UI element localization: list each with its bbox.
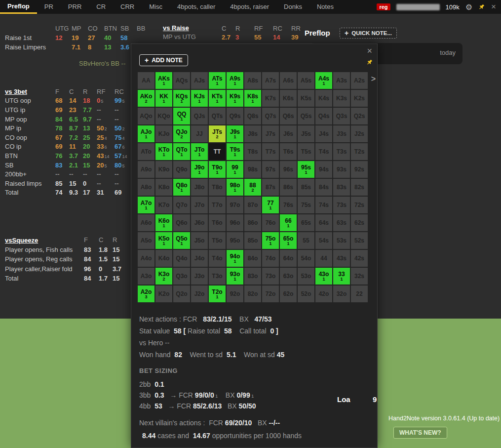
matrix-cell-95s[interactable]: 95s1 [298, 161, 314, 178]
matrix-next-icon[interactable]: > [371, 75, 376, 83]
matrix-cell-AJs[interactable]: AJs [191, 72, 208, 89]
matrix-cell-TT[interactable]: TT [209, 143, 226, 160]
matrix-cell-K6o[interactable]: K6o1 [155, 214, 172, 231]
matrix-cell-K8s[interactable]: K8s1 [244, 90, 261, 107]
matrix-cell-AQo[interactable]: AQo [138, 108, 154, 124]
matrix-cell-AKs[interactable]: AKs1 [155, 72, 172, 89]
matrix-cell-A8s[interactable]: A8s [244, 72, 261, 89]
matrix-cell-J3o[interactable]: J3o [191, 268, 208, 285]
matrix-cell-AA[interactable]: AA [138, 72, 154, 89]
matrix-cell-63o[interactable]: 63o [280, 268, 297, 285]
matrix-cell-96s[interactable]: 96s [280, 161, 297, 178]
matrix-cell-55[interactable]: 55 [298, 232, 314, 249]
tab-prr[interactable]: PRR [61, 0, 89, 14]
matrix-cell-K5s[interactable]: K5s [298, 90, 314, 107]
matrix-cell-A8o[interactable]: A8o [138, 179, 154, 196]
matrix-cell-K2s[interactable]: K2s [351, 90, 368, 107]
matrix-cell-K3o[interactable]: K3o2 [155, 268, 172, 285]
matrix-cell-53s[interactable]: 53s [333, 232, 350, 249]
matrix-cell-Q2o[interactable]: Q2o [173, 285, 190, 302]
matrix-cell-Q7o[interactable]: Q7o [173, 197, 190, 213]
matrix-cell-54s[interactable]: 54s [315, 232, 332, 249]
matrix-cell-74s[interactable]: 74s [315, 197, 332, 213]
matrix-cell-T4o[interactable]: T4o [209, 250, 226, 267]
matrix-cell-T9o[interactable]: T9o1 [209, 161, 226, 178]
matrix-cell-64o[interactable]: 64o [280, 250, 297, 267]
matrix-cell-K9s[interactable]: K9s1 [227, 90, 243, 107]
matrix-cell-95o[interactable]: 95o [227, 232, 243, 249]
matrix-cell-ATo[interactable]: ATo [138, 143, 154, 160]
matrix-cell-84o[interactable]: 84o [244, 250, 261, 267]
matrix-cell-T3o[interactable]: T3o [209, 268, 226, 285]
matrix-cell-Q9s[interactable]: Q9s [227, 108, 243, 124]
matrix-cell-AJo[interactable]: AJo1 [138, 125, 154, 142]
matrix-cell-Q3o[interactable]: Q3o [173, 268, 190, 285]
matrix-cell-A3o[interactable]: A3o [138, 268, 154, 285]
matrix-cell-82o[interactable]: 82o [244, 285, 261, 302]
matrix-cell-T8s[interactable]: T8s [244, 143, 261, 160]
matrix-cell-KQo[interactable]: KQo [155, 108, 172, 124]
matrix-cell-Q6o[interactable]: Q6o [173, 214, 190, 231]
matrix-cell-66[interactable]: 661 [280, 214, 297, 231]
tab-preflop[interactable]: Preflop [0, 0, 37, 14]
matrix-cell-64s[interactable]: 64s [315, 214, 332, 231]
matrix-cell-86s[interactable]: 86s [280, 179, 297, 196]
matrix-cell-JTo[interactable]: JTo1 [191, 143, 208, 160]
matrix-cell-J4o[interactable]: J4o [191, 250, 208, 267]
matrix-cell-32o[interactable]: 32o [333, 285, 350, 302]
matrix-cell-63s[interactable]: 63s [333, 214, 350, 231]
matrix-cell-87o[interactable]: 87o [244, 197, 261, 213]
matrix-cell-J8s[interactable]: J8s [244, 125, 261, 142]
matrix-cell-K9o[interactable]: K9o [155, 161, 172, 178]
matrix-cell-J3s[interactable]: J3s [333, 125, 350, 142]
matrix-cell-J7o[interactable]: J7o [191, 197, 208, 213]
matrix-cell-43o[interactable]: 43o1 [315, 268, 332, 285]
matrix-cell-T5o[interactable]: T5o [209, 232, 226, 249]
matrix-cell-98s[interactable]: 98s [244, 161, 261, 178]
matrix-cell-Q4o[interactable]: Q4o [173, 250, 190, 267]
matrix-cell-K8o[interactable]: K8o [155, 179, 172, 196]
matrix-cell-A2s[interactable]: A2s [351, 72, 368, 89]
pin-icon[interactable] [478, 3, 485, 10]
matrix-cell-Q5s[interactable]: Q5s [298, 108, 314, 124]
matrix-cell-83o[interactable]: 83o [244, 268, 261, 285]
matrix-cell-Q6s[interactable]: Q6s [280, 108, 297, 124]
matrix-cell-A5s[interactable]: A5s [298, 72, 314, 89]
tab-4bpots-caller[interactable]: 4bpots, caller [170, 0, 223, 14]
matrix-cell-K6s[interactable]: K6s [280, 90, 297, 107]
matrix-cell-Q4s[interactable]: Q4s [315, 108, 332, 124]
matrix-cell-A2o[interactable]: A2o3 [138, 285, 154, 302]
matrix-cell-74o[interactable]: 74o [262, 250, 279, 267]
matrix-cell-Q5o[interactable]: Q5o1 [173, 232, 190, 249]
matrix-cell-43s[interactable]: 43s [333, 250, 350, 267]
matrix-cell-A3s[interactable]: A3s [333, 72, 350, 89]
matrix-cell-T5s[interactable]: T5s [298, 143, 314, 160]
matrix-cell-A4s[interactable]: A4s1 [315, 72, 332, 89]
matrix-cell-T6o[interactable]: T6o [209, 214, 226, 231]
matrix-cell-AKo[interactable]: AKo2 [138, 90, 154, 107]
matrix-cell-KQs[interactable]: KQs1 [173, 90, 190, 107]
matrix-cell-87s[interactable]: 87s [262, 179, 279, 196]
matrix-cell-92s[interactable]: 92s [351, 161, 368, 178]
matrix-cell-JTs[interactable]: JTs2 [209, 125, 226, 142]
matrix-cell-76o[interactable]: 76o [262, 214, 279, 231]
matrix-cell-J8o[interactable]: J8o [191, 179, 208, 196]
popup-pin-icon[interactable] [366, 59, 373, 68]
matrix-cell-99[interactable]: 991 [227, 161, 243, 178]
matrix-cell-AQs[interactable]: AQs [173, 72, 190, 89]
matrix-cell-Q9o[interactable]: Q9o [173, 161, 190, 178]
matrix-cell-44[interactable]: 44 [315, 250, 332, 267]
matrix-cell-K4s[interactable]: K4s [315, 90, 332, 107]
matrix-cell-62s[interactable]: 62s [351, 214, 368, 231]
matrix-cell-QJo[interactable]: QJo2 [173, 125, 190, 142]
popup-close-icon[interactable]: × [367, 46, 372, 56]
matrix-cell-QQ[interactable]: QQ1 [173, 108, 190, 124]
matrix-cell-92o[interactable]: 92o [227, 285, 243, 302]
matrix-cell-J5o[interactable]: J5o [191, 232, 208, 249]
matrix-cell-KK[interactable]: KK1 [155, 90, 172, 107]
matrix-cell-T8o[interactable]: T8o [209, 179, 226, 196]
matrix-cell-T4s[interactable]: T4s [315, 143, 332, 160]
matrix-cell-85s[interactable]: 85s [298, 179, 314, 196]
matrix-cell-JJ[interactable]: JJ [191, 125, 208, 142]
tab-pr[interactable]: PR [37, 0, 61, 14]
